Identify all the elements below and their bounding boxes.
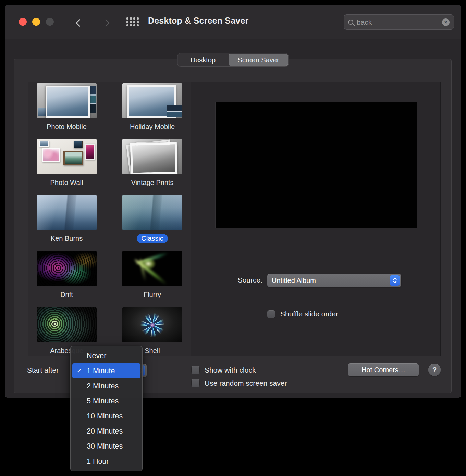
saver-label-text: Photo Wall bbox=[50, 179, 83, 186]
saver-thumb-ken-burns[interactable] bbox=[37, 195, 97, 230]
thumb-art-layer bbox=[39, 141, 49, 147]
search-field[interactable] bbox=[344, 14, 454, 30]
clear-search-icon[interactable] bbox=[442, 18, 450, 26]
screen-saver-panel: Photo Mobile Holiday Mobile Photo Wall V… bbox=[14, 59, 452, 393]
forward-button[interactable] bbox=[101, 19, 110, 28]
selected-saver-badge: Classic bbox=[137, 234, 168, 243]
saver-label-text: Ken Burns bbox=[51, 235, 83, 242]
thumb-art-layer bbox=[74, 141, 83, 148]
titlebar: Desktop & Screen Saver bbox=[5, 5, 461, 39]
chevron-right-icon bbox=[102, 19, 110, 27]
menu-item-never[interactable]: Never bbox=[71, 348, 142, 363]
show-all-grid-icon[interactable] bbox=[126, 17, 139, 26]
saver-thumb-shell[interactable] bbox=[122, 307, 182, 342]
popup-stepper-icon bbox=[390, 275, 400, 286]
menu-item-label: 10 Minutes bbox=[87, 412, 123, 420]
menu-item-5-minutes[interactable]: 5 Minutes bbox=[71, 393, 142, 409]
source-popup-value: Untitled Album bbox=[272, 274, 316, 287]
menu-item-label: 2 Minutes bbox=[87, 382, 119, 390]
menu-item-label: 1 Hour bbox=[87, 457, 109, 465]
search-icon bbox=[348, 20, 353, 25]
use-random-label: Use random screen saver bbox=[205, 379, 287, 387]
menu-item-10-minutes[interactable]: 10 Minutes bbox=[71, 409, 142, 424]
saver-label-photo-wall: Photo Wall bbox=[37, 178, 97, 187]
checkmark-icon: ✓ bbox=[77, 363, 82, 378]
thumb-art-layer bbox=[63, 151, 83, 165]
saver-label-text: Vintage Prints bbox=[131, 179, 173, 186]
saver-thumb-vintage-prints[interactable] bbox=[122, 139, 182, 174]
search-input[interactable] bbox=[357, 18, 439, 26]
saver-thumb-photo-wall[interactable] bbox=[37, 139, 97, 174]
shuffle-label: Shuffle slide order bbox=[280, 310, 338, 318]
help-button[interactable]: ? bbox=[428, 364, 441, 376]
saver-thumb-arabesque[interactable] bbox=[37, 307, 97, 342]
window-title: Desktop & Screen Saver bbox=[148, 16, 248, 26]
tab-desktop[interactable]: Desktop bbox=[178, 54, 228, 66]
close-button[interactable] bbox=[19, 18, 27, 26]
saver-label-text: Holiday Mobile bbox=[130, 123, 175, 130]
chevron-left-icon bbox=[76, 19, 84, 27]
use-random-checkbox[interactable] bbox=[192, 379, 199, 387]
start-after-duration-menu: Never ✓ 1 Minute 2 Minutes 5 Minutes 10 … bbox=[70, 346, 143, 471]
saver-preview bbox=[215, 102, 417, 228]
saver-label-text: Flurry bbox=[144, 291, 161, 298]
saver-label-flurry: Flurry bbox=[122, 290, 182, 299]
saver-label-text: Shell bbox=[145, 347, 160, 354]
menu-item-20-minutes[interactable]: 20 Minutes bbox=[71, 424, 142, 439]
saver-thumb-holiday-mobile[interactable] bbox=[122, 83, 182, 118]
minimize-button[interactable] bbox=[32, 18, 40, 26]
saver-label-ken-burns: Ken Burns bbox=[37, 234, 97, 243]
thumb-art-layer bbox=[38, 108, 51, 116]
menu-item-label: 5 Minutes bbox=[87, 397, 119, 405]
saver-label-drift: Drift bbox=[37, 290, 97, 299]
saver-label-vintage-prints: Vintage Prints bbox=[122, 178, 182, 187]
source-label: Source: bbox=[205, 276, 262, 284]
menu-item-label: Never bbox=[87, 352, 106, 360]
show-with-clock-label: Show with clock bbox=[205, 366, 256, 374]
menu-item-1-minute[interactable]: ✓ 1 Minute bbox=[72, 363, 140, 378]
menu-item-label: 1 Minute bbox=[87, 367, 115, 375]
hot-corners-button[interactable]: Hot Corners… bbox=[348, 363, 419, 376]
thumb-art-layer bbox=[42, 148, 60, 162]
preferences-window: Desktop & Screen Saver Desktop Screen Sa… bbox=[5, 5, 461, 398]
source-popup-button[interactable]: Untitled Album bbox=[267, 274, 401, 287]
zoom-button-disabled bbox=[46, 18, 54, 26]
saver-label-text: Photo Mobile bbox=[47, 123, 87, 130]
saver-label-classic-selected: Classic bbox=[122, 234, 182, 243]
saver-thumb-classic[interactable] bbox=[122, 195, 182, 230]
start-after-label: Start after bbox=[27, 366, 59, 374]
thumb-art-layer bbox=[85, 144, 95, 160]
tab-bar: Desktop Screen Saver bbox=[177, 53, 289, 67]
saver-list: Photo Mobile Holiday Mobile Photo Wall V… bbox=[28, 82, 191, 356]
menu-item-2-minutes[interactable]: 2 Minutes bbox=[71, 378, 142, 393]
menu-item-30-minutes[interactable]: 30 Minutes bbox=[71, 439, 142, 454]
tab-screen-saver[interactable]: Screen Saver bbox=[229, 54, 288, 66]
saver-label-photo-mobile: Photo Mobile bbox=[37, 122, 97, 131]
chevrons-up-down-icon bbox=[393, 277, 397, 284]
saver-thumb-flurry[interactable] bbox=[122, 251, 182, 286]
menu-item-1-hour[interactable]: 1 Hour bbox=[71, 454, 142, 469]
saver-label-holiday-mobile: Holiday Mobile bbox=[122, 122, 182, 131]
saver-detail-pane: Source: Untitled Album Shuffle slide ord… bbox=[191, 82, 440, 356]
saver-thumb-photo-mobile[interactable] bbox=[37, 83, 97, 118]
screen: Desktop & Screen Saver Desktop Screen Sa… bbox=[0, 0, 466, 476]
saver-thumb-drift[interactable] bbox=[37, 251, 97, 286]
back-button[interactable] bbox=[75, 19, 84, 28]
saver-browser: Photo Mobile Holiday Mobile Photo Wall V… bbox=[28, 82, 441, 356]
shuffle-checkbox[interactable] bbox=[267, 310, 275, 318]
saver-label-text: Drift bbox=[60, 291, 73, 298]
show-with-clock-checkbox[interactable] bbox=[192, 366, 199, 374]
menu-item-label: 30 Minutes bbox=[87, 442, 123, 450]
thumb-art-layer bbox=[134, 142, 177, 172]
menu-item-label: 20 Minutes bbox=[87, 427, 123, 435]
